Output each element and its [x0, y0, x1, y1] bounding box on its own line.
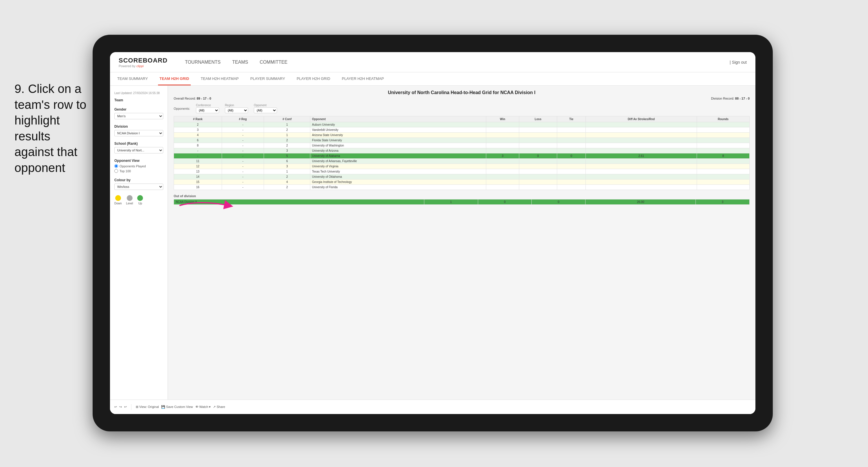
division-select[interactable]: NCAA Division I — [114, 130, 163, 136]
overall-record: Overall Record: 89 - 17 - 0 — [174, 97, 211, 100]
toolbar-save-custom-btn[interactable]: 💾 Save Custom View — [161, 405, 193, 409]
tablet-screen: SCOREBOARD Powered by clippi TOURNAMENTS… — [110, 52, 755, 414]
legend-up-circle — [137, 195, 143, 201]
table-row[interactable]: 14 - 2 University of Oklahoma — [174, 174, 750, 179]
table-row[interactable]: 6 - 2 Florida State University — [174, 138, 750, 143]
cell-rank: 13 — [174, 169, 222, 174]
cell-tie — [557, 159, 586, 164]
cell-rounds — [697, 143, 750, 148]
grid-title: University of North Carolina Head-to-Hea… — [174, 90, 750, 95]
cell-loss — [519, 148, 557, 153]
sidebar-division-label: Division — [114, 124, 163, 128]
toolbar-view-btn[interactable]: ⊞ View: Original — [136, 405, 159, 409]
legend-up-label: Up — [138, 202, 142, 205]
gender-select[interactable]: Men's — [114, 113, 163, 119]
tab-player-h2h-grid[interactable]: PLAYER H2H GRID — [295, 72, 332, 85]
cell-conf: 1 — [264, 169, 310, 174]
cell-rank: 2 — [174, 122, 222, 127]
cell-diff — [586, 179, 696, 185]
sidebar-school-section: School (Rank) University of Nort... — [114, 142, 163, 153]
logo-brand: clippi — [136, 64, 144, 68]
cell-tie — [557, 138, 586, 143]
cell-conf: 5 — [264, 153, 310, 159]
opponent-filter-select[interactable]: (All) — [254, 108, 277, 113]
toolbar-watch-btn[interactable]: 👁 Watch ▾ — [195, 405, 211, 409]
toolbar-history-group: ↩ ↪ ↩ — [114, 405, 127, 409]
table-row[interactable]: 15 - 4 Georgia Institute of Technology — [174, 179, 750, 185]
toolbar-redo[interactable]: ↪ — [119, 405, 122, 409]
table-row[interactable]: 11 - 6 University of Arkansas, Fayettevi… — [174, 159, 750, 164]
cell-conf: 6 — [264, 159, 310, 164]
cell-loss — [519, 164, 557, 169]
col-diff: Diff Av Strokes/Rnd — [586, 116, 696, 122]
radio-opponents-played[interactable]: Opponents Played — [114, 164, 163, 168]
table-row[interactable]: 4 - 1 Arizona State University — [174, 133, 750, 138]
toolbar-share-btn[interactable]: ↗ Share — [213, 405, 225, 409]
cell-win — [486, 164, 519, 169]
cell-win — [486, 185, 519, 190]
col-conf: # Conf — [264, 116, 310, 122]
tab-team-h2h-grid[interactable]: TEAM H2H GRID — [158, 72, 191, 85]
table-row[interactable]: 16 - 2 University of Florida — [174, 185, 750, 190]
cell-rank: - — [174, 153, 222, 159]
col-tie: Tie — [557, 116, 586, 122]
out-div-diff: 26.00 — [586, 200, 696, 205]
cell-rank: 6 — [174, 138, 222, 143]
toolbar-back[interactable]: ↩ — [124, 405, 127, 409]
conference-filter-select[interactable]: (All) — [196, 108, 219, 113]
table-row[interactable]: - - 3 University of Arizona — [174, 148, 750, 153]
cell-win — [486, 138, 519, 143]
cell-diff — [586, 143, 696, 148]
school-select[interactable]: University of Nort... — [114, 147, 163, 153]
grid-records: Overall Record: 89 - 17 - 0 Division Rec… — [174, 97, 750, 100]
cell-opponent: University of Arkansas, Fayetteville — [310, 159, 486, 164]
cell-conf: 1 — [264, 122, 310, 127]
cell-rounds — [697, 179, 750, 185]
nav-teams[interactable]: TEAMS — [232, 60, 248, 65]
opponent-filter: Opponent (All) — [254, 104, 277, 113]
colour-select[interactable]: Win/loss — [114, 183, 163, 190]
cell-reg: - — [222, 148, 264, 153]
table-row[interactable]: 12 - 3 University of Virginia — [174, 164, 750, 169]
cell-tie — [557, 164, 586, 169]
region-filter: Region (All) — [225, 104, 248, 113]
out-div-rounds: 3 — [696, 200, 750, 205]
cell-reg: - — [222, 169, 264, 174]
cell-diff — [586, 148, 696, 153]
cell-opponent: Texas Tech University — [310, 169, 486, 174]
sidebar-colour-section: Colour by Win/loss — [114, 178, 163, 190]
cell-diff — [586, 159, 696, 164]
cell-win — [486, 133, 519, 138]
legend-down-circle — [115, 195, 121, 201]
radio-group: Opponents Played Top 100 — [114, 164, 163, 173]
nav-committee[interactable]: COMMITTEE — [259, 60, 287, 65]
cell-opponent: University of Florida — [310, 185, 486, 190]
cell-win — [486, 127, 519, 133]
table-row[interactable]: 8 - 2 University of Washington — [174, 143, 750, 148]
out-div-row[interactable]: NCAA Division II 1 0 0 26.00 3 — [174, 200, 750, 205]
sidebar-colour-label: Colour by — [114, 178, 163, 182]
table-row[interactable]: 2 - 1 Auburn University — [174, 122, 750, 127]
cell-conf: 2 — [264, 185, 310, 190]
region-filter-select[interactable]: (All) — [225, 108, 248, 113]
bottom-toolbar: ↩ ↪ ↩ ⊞ View: Original 💾 Save Custom Vie… — [110, 400, 755, 414]
table-row[interactable]: 3 - 2 Vanderbilt University — [174, 127, 750, 133]
cell-loss — [519, 133, 557, 138]
cell-tie — [557, 174, 586, 179]
sign-out[interactable]: | Sign out — [730, 60, 747, 64]
nav-tournaments[interactable]: TOURNAMENTS — [185, 60, 221, 65]
cell-tie — [557, 122, 586, 127]
cell-opponent: Vanderbilt University — [310, 127, 486, 133]
sidebar-team-label: Team — [114, 98, 163, 102]
cell-diff — [586, 169, 696, 174]
tab-team-summary[interactable]: TEAM SUMMARY — [116, 72, 149, 85]
tab-player-h2h-heatmap[interactable]: PLAYER H2H HEATMAP — [340, 72, 385, 85]
cell-opponent: University of Alabama — [310, 153, 486, 159]
cell-rank: 14 — [174, 174, 222, 179]
radio-top100[interactable]: Top 100 — [114, 169, 163, 173]
tab-team-h2h-heatmap[interactable]: TEAM H2H HEATMAP — [199, 72, 240, 85]
tab-player-summary[interactable]: PLAYER SUMMARY — [249, 72, 286, 85]
table-row[interactable]: 13 - 1 Texas Tech University — [174, 169, 750, 174]
table-row[interactable]: - - 5 University of Alabama 3 0 0 2.61 8 — [174, 153, 750, 159]
toolbar-undo[interactable]: ↩ — [114, 405, 117, 409]
